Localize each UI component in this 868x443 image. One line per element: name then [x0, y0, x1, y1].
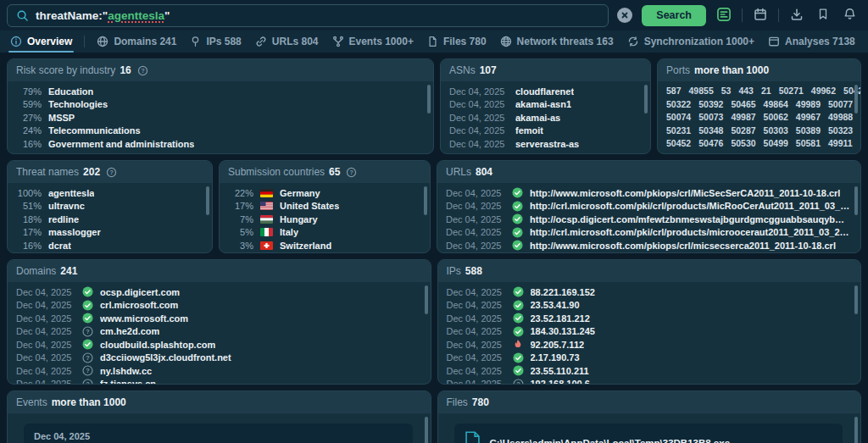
help-icon[interactable]: ?	[137, 65, 148, 76]
port-value[interactable]: 49987	[731, 111, 755, 125]
search-button[interactable]: Search	[642, 5, 706, 26]
scrollbar-thumb[interactable]	[854, 285, 858, 314]
tab-analyses[interactable]: Analyses 7138	[766, 30, 857, 53]
scrollbar-thumb[interactable]	[424, 186, 427, 215]
list-item[interactable]: 16%dcrat	[16, 239, 202, 252]
scrollbar-thumb[interactable]	[854, 186, 858, 215]
port-value[interactable]: 50581	[796, 137, 821, 151]
list-item[interactable]: Dec 04, 20252.17.190.73	[447, 352, 851, 365]
list-item[interactable]: 17%United States	[228, 200, 420, 213]
notifications-button[interactable]	[841, 7, 858, 24]
port-value[interactable]: 49989	[796, 98, 821, 112]
clear-search-button[interactable]	[617, 8, 632, 23]
port-value[interactable]: 50392	[698, 98, 723, 112]
port-value[interactable]: 50231	[666, 125, 691, 138]
list-item[interactable]: Dec 04, 2025184.30.131.245	[447, 325, 851, 339]
list-item[interactable]: 7%Hungary	[228, 213, 420, 226]
tab-network-threats[interactable]: Network threats 163	[498, 30, 615, 53]
scrollbar-thumb[interactable]	[427, 85, 431, 114]
port-value[interactable]: 50287	[731, 125, 755, 138]
list-item[interactable]: Dec 04, 202523.52.181.212	[447, 312, 851, 325]
port-value[interactable]: 50389	[796, 125, 821, 138]
list-item[interactable]: Dec 04, 2025http://ocsp.digicert.com/mfe…	[446, 213, 850, 226]
list-item[interactable]: 22%Germany	[228, 186, 420, 200]
list-item[interactable]: 2%Brazil	[228, 252, 420, 253]
list-item[interactable]: Dec 04, 2025?cm.he2d.com	[16, 325, 420, 339]
port-value[interactable]: 50452	[666, 137, 691, 151]
port-value[interactable]: 50062	[764, 111, 788, 125]
scrollbar-thumb[interactable]	[854, 85, 858, 114]
port-value[interactable]: 443	[738, 85, 754, 98]
port-value[interactable]: 50499	[764, 137, 788, 151]
list-item[interactable]: Dec 04, 2025www.microsoft.com	[16, 312, 420, 325]
port-value[interactable]: 49911	[828, 137, 853, 151]
scrollbar-thumb[interactable]	[206, 186, 209, 215]
list-item[interactable]: Dec 04, 2025?ny.lshdw.cc	[16, 364, 420, 378]
port-value[interactable]: 49895	[698, 151, 723, 154]
port-value[interactable]: 49962	[811, 85, 836, 98]
scrollbar-thumb[interactable]	[854, 417, 858, 443]
tab-urls[interactable]: URLs 804	[253, 30, 320, 53]
list-item[interactable]: Dec 04, 202523.55.110.211	[447, 364, 851, 378]
bookmark-button[interactable]	[815, 7, 832, 24]
list-item[interactable]: 3%Switzerland	[228, 239, 420, 252]
list-item[interactable]: 16%asyncrat	[16, 252, 202, 253]
query-report-button[interactable]	[715, 7, 732, 24]
port-value[interactable]: 49925	[666, 151, 691, 154]
list-item[interactable]: 16%Government and administrations	[16, 137, 423, 151]
list-item[interactable]: Dec 04, 2025femoit	[449, 125, 640, 138]
port-value[interactable]: 49855	[689, 85, 714, 98]
port-value[interactable]: 21	[761, 85, 771, 98]
list-item[interactable]: Dec 04, 202523.53.41.90	[447, 299, 851, 313]
list-item[interactable]: 5%Italy	[228, 226, 420, 240]
list-item[interactable]: 27%MSSP	[16, 111, 423, 125]
list-item[interactable]: Dec 04, 2025serverastra-as	[449, 137, 640, 151]
list-item[interactable]: Dec 04, 2025akamai-as	[449, 111, 640, 125]
scrollbar-thumb[interactable]	[425, 417, 428, 443]
list-item[interactable]: Dec 04, 2025http://www.microsoft.com/pki…	[446, 186, 850, 200]
help-icon[interactable]: ?	[346, 167, 357, 178]
list-item[interactable]: Dec 04, 2025http://crl.microsoft.com/pki…	[446, 226, 850, 240]
list-item[interactable]: TXTC:\Users\admin\AppData\Local\Temp\33D…	[465, 431, 833, 443]
list-item[interactable]: Dec 04, 2025akamai-asn1	[449, 98, 640, 112]
port-value[interactable]: 50465	[731, 98, 755, 112]
scrollbar-thumb[interactable]	[425, 285, 428, 314]
list-item[interactable]: 17%masslogger	[16, 226, 202, 240]
port-value[interactable]: 50322	[666, 98, 691, 112]
tab-domains[interactable]: Domains 241	[95, 30, 178, 53]
port-value[interactable]: 49967	[796, 111, 821, 125]
date-range-button[interactable]	[752, 7, 769, 24]
list-item[interactable]: Dec 04, 2025http://www.microsoft.com/pki…	[446, 239, 850, 252]
list-item[interactable]: Dec 04, 2025http://www.microsoft.com/pki…	[446, 252, 850, 253]
list-item[interactable]: 15%Consulting	[16, 151, 423, 154]
list-item[interactable]: Dec 04, 202592.205.7.112	[447, 338, 851, 352]
help-icon[interactable]: ?	[106, 167, 117, 178]
tab-ips[interactable]: IPs 588	[188, 30, 242, 53]
list-item[interactable]: Dec 04, 2025cloudflarenet	[449, 85, 640, 98]
tab-events[interactable]: Events 1000+	[331, 30, 415, 53]
port-value[interactable]: 50323	[828, 125, 853, 138]
list-item[interactable]: 79%Education	[16, 85, 423, 98]
list-item[interactable]: Dec 04, 202588.221.169.152	[447, 285, 851, 299]
port-value[interactable]: 49864	[764, 98, 788, 112]
port-value[interactable]: 50073	[698, 111, 723, 125]
port-value[interactable]: 53	[721, 85, 732, 98]
scrollbar-thumb[interactable]	[644, 85, 648, 114]
search-input[interactable]: threatName:"agenttesla"	[7, 4, 609, 27]
list-item[interactable]: 59%Technologies	[16, 98, 423, 112]
list-item[interactable]: Dec 04, 2025digitalocean-asn	[449, 151, 640, 154]
port-value[interactable]: 50428	[843, 85, 860, 98]
list-item[interactable]: Dec 04, 2025ocsp.digicert.com	[16, 285, 420, 299]
port-value[interactable]: 50074	[666, 111, 691, 125]
list-item[interactable]: Dec 04, 2025?192.168.100.6	[447, 378, 851, 385]
list-item[interactable]: Dec 04, 2025crl.microsoft.com	[16, 299, 420, 313]
event-group-card[interactable]: Dec 04, 2025	[24, 424, 413, 443]
port-value[interactable]: 50476	[698, 137, 723, 151]
list-item[interactable]: Dec 04, 2025?fz.tiansvs.cn	[16, 378, 420, 385]
tab-overview[interactable]: Overview	[8, 30, 74, 53]
list-item[interactable]: 51%ultravnc	[16, 200, 202, 213]
list-item[interactable]: Dec 04, 2025?d3cciiowg5l3jx.cloudfront.n…	[16, 352, 420, 365]
tab-files[interactable]: Files 780	[426, 30, 488, 53]
port-value[interactable]: 49893	[796, 151, 821, 154]
port-value[interactable]: 587	[666, 85, 682, 98]
